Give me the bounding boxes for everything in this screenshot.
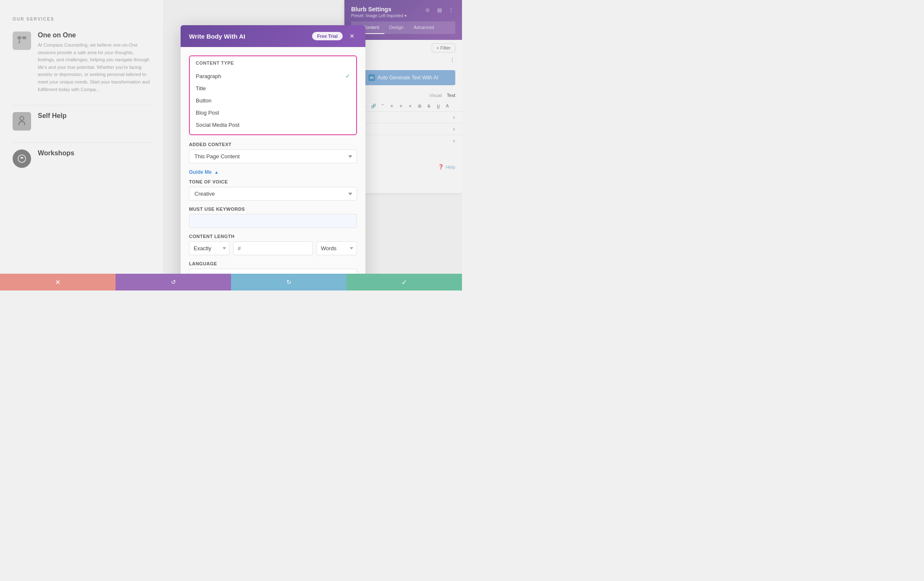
content-type-item-paragraph[interactable]: Paragraph ✓	[190, 70, 356, 82]
keywords-section: Must Use Keywords	[189, 207, 357, 228]
guide-me-link[interactable]: Guide Me	[189, 169, 212, 175]
content-type-button-label: Button	[196, 97, 212, 104]
content-type-social-label: Social Media Post	[196, 122, 239, 128]
modal-body: Content Type Paragraph ✓ Title Button Bl…	[181, 47, 365, 290]
redo-button[interactable]: ↻	[231, 274, 346, 290]
modal-overlay: Write Body With AI Free Trial × Content …	[0, 0, 462, 290]
cancel-button[interactable]: ✕	[0, 274, 116, 290]
added-context-section: Added Context This Page Content	[189, 142, 357, 163]
bottom-action-bar: ✕ ↺ ↻ ✓	[0, 274, 462, 290]
content-length-words-select[interactable]: Words Sentences Paragraphs	[316, 241, 357, 255]
content-type-paragraph-label: Paragraph	[196, 73, 221, 79]
content-length-number-input[interactable]	[233, 241, 313, 255]
content-type-box: Content Type Paragraph ✓ Title Button Bl…	[189, 55, 357, 135]
content-type-list: Paragraph ✓ Title Button Blog Post Socia…	[190, 68, 356, 134]
content-type-item-title[interactable]: Title	[190, 82, 356, 94]
tone-of-voice-label: Tone of Voice	[189, 179, 357, 184]
added-context-select[interactable]: This Page Content	[189, 149, 357, 163]
tone-of-voice-section: Tone of Voice Creative Professional Casu…	[189, 179, 357, 201]
free-trial-badge: Free Trial	[312, 32, 343, 40]
write-body-ai-modal: Write Body With AI Free Trial × Content …	[181, 25, 365, 290]
content-type-item-blog-post[interactable]: Blog Post	[190, 107, 356, 119]
keywords-label: Must Use Keywords	[189, 207, 357, 212]
undo-button[interactable]: ↺	[116, 274, 231, 290]
content-type-label: Content Type	[190, 56, 356, 68]
content-type-blog-label: Blog Post	[196, 110, 219, 116]
modal-header: Write Body With AI Free Trial ×	[181, 25, 365, 47]
content-type-item-button[interactable]: Button	[190, 94, 356, 107]
modal-header-right: Free Trial ×	[312, 31, 357, 41]
tone-of-voice-select[interactable]: Creative Professional Casual Formal Frie…	[189, 187, 357, 201]
content-length-exactly-select[interactable]: Exactly At Least At Most	[189, 241, 230, 255]
content-length-section: Content Length Exactly At Least At Most …	[189, 234, 357, 255]
modal-close-button[interactable]: ×	[347, 31, 357, 41]
keywords-input[interactable]	[189, 214, 357, 228]
content-length-label: Content Length	[189, 234, 357, 239]
modal-title: Write Body With AI	[189, 33, 245, 40]
content-length-row: Exactly At Least At Most Words Sentences…	[189, 241, 357, 255]
guide-me-arrow-icon: ▲	[214, 170, 219, 175]
content-type-check-paragraph: ✓	[345, 73, 350, 79]
confirm-button[interactable]: ✓	[346, 274, 462, 290]
language-label: Language	[189, 261, 357, 266]
added-context-label: Added Context	[189, 142, 357, 147]
guide-me-row: Guide Me ▲	[189, 169, 357, 175]
content-type-item-social-media[interactable]: Social Media Post	[190, 119, 356, 131]
content-type-title-label: Title	[196, 85, 206, 92]
